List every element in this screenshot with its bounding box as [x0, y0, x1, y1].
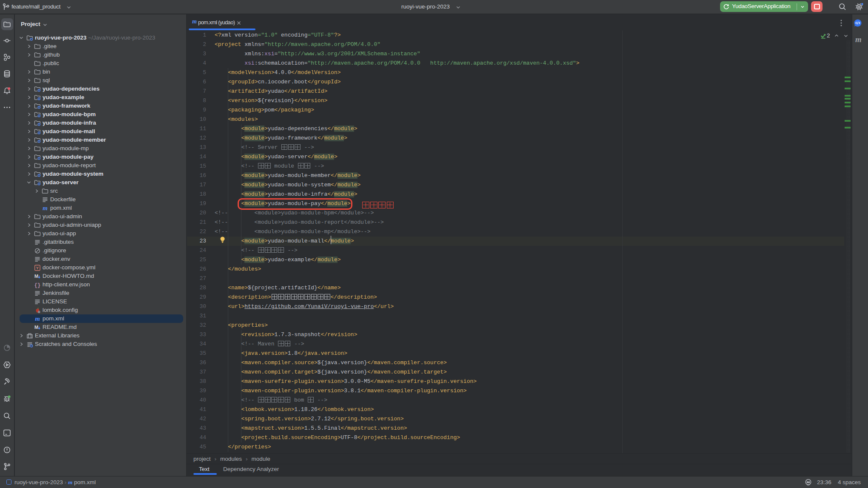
svg-text:m: m [35, 315, 40, 322]
svg-text:M: M [34, 325, 38, 330]
svg-text:Y: Y [36, 265, 39, 270]
svg-text:{}: {} [34, 283, 40, 288]
svg-text:M: M [34, 274, 38, 279]
svg-text:m: m [43, 205, 48, 211]
